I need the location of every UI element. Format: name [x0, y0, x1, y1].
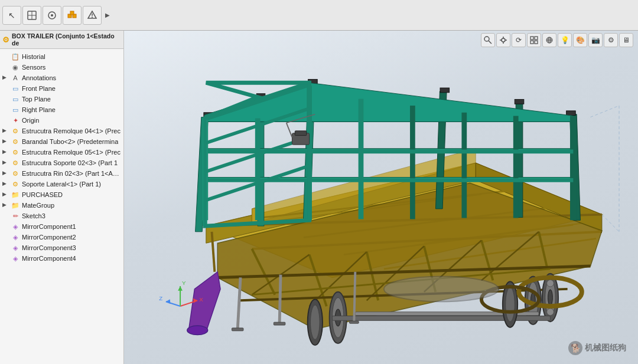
tree-icon-part: ⚙	[11, 179, 20, 189]
tree-item-mirror1[interactable]: ◈MirrorComponent1	[0, 221, 123, 232]
tree-label-sketch3: Sketch3	[22, 212, 45, 219]
svg-line-112	[279, 275, 281, 324]
tree-item-estrucutra-remolque-04[interactable]: ▶⚙Estrucutra Remolque 04<1> (Prec	[0, 126, 123, 136]
tree-label-purchased: PURCHASED	[22, 191, 63, 198]
vp-settings-icon[interactable]: ⚙	[604, 33, 618, 47]
vp-view-icon[interactable]	[527, 33, 541, 47]
tree-label-front-plane: Front Plane	[22, 85, 56, 92]
tree-label-right-plane: Right Plane	[22, 106, 56, 113]
svg-rect-111	[232, 328, 243, 331]
viewport-toolbar: ⟳ 💡 🎨 📷 ⚙ 🖥	[481, 33, 633, 47]
tree-item-mirror3[interactable]: ◈MirrorComponent3	[0, 242, 123, 253]
vp-rotate-icon[interactable]: ⟳	[512, 33, 526, 47]
toolbar-expand-arrow[interactable]: ▶	[103, 6, 112, 25]
svg-point-100	[547, 280, 554, 287]
tree-item-origin[interactable]: ✦Origin	[0, 115, 123, 126]
tree-icon-folder: 📁	[11, 190, 20, 199]
tree-icon-sketch: ✏	[11, 211, 20, 221]
vp-display-icon[interactable]	[542, 33, 556, 47]
vp-camera-icon[interactable]: 📷	[588, 33, 603, 47]
feature-tree-sidebar: ⚙ BOX TRAILER (Conjunto 1<Estado de 📋His…	[0, 31, 124, 364]
model-view: X Y Z	[130, 48, 632, 346]
svg-marker-126	[178, 286, 183, 291]
vp-zoom-icon[interactable]	[481, 33, 495, 47]
expand-arrow-estrucutra-remolque-04: ▶	[2, 127, 9, 135]
svg-line-89	[287, 123, 292, 137]
tree-label-estrucutra-rin-02: Estrucutra Rin 02<3> (Part 1<As M	[22, 170, 121, 177]
tree-label-mirror4: MirrorComponent4	[22, 255, 76, 262]
tree-label-annotations: Annotations	[22, 74, 56, 81]
svg-line-12	[489, 41, 491, 44]
toolbar-btn-sketch[interactable]	[22, 6, 41, 25]
tree-item-estrucutra-soporte-02[interactable]: ▶⚙Estrucutra Soporte 02<3> (Part 1	[0, 158, 123, 168]
vp-monitor-icon[interactable]: 🖥	[619, 33, 633, 47]
svg-text:X: X	[199, 296, 203, 303]
expand-arrow-origin	[2, 117, 9, 124]
tree-icon-part: ⚙	[11, 126, 20, 136]
tree-icon-part: ⚙	[11, 137, 20, 146]
toolbar-btn-features[interactable]	[43, 6, 61, 25]
tree-icon-mirror: ◈	[11, 222, 20, 231]
expand-arrow-right-plane	[2, 106, 9, 113]
vp-light-icon[interactable]: 💡	[558, 33, 572, 47]
tree-label-mirror3: MirrorComponent3	[22, 244, 76, 251]
tree-item-barandal-tubo[interactable]: ▶⚙Barandal Tubo<2> (Predetermina	[0, 136, 123, 147]
tree-label-mirror1: MirrorComponent1	[22, 223, 76, 230]
svg-rect-115	[350, 321, 359, 323]
svg-rect-20	[530, 41, 533, 44]
tree-item-mirror4[interactable]: ◈MirrorComponent4	[0, 253, 123, 264]
expand-arrow-soporte-lateral: ▶	[2, 181, 9, 188]
tree-icon-origin: ✦	[11, 116, 20, 125]
feature-tree: 📋Historial ◉Sensors▶AAnnotations ▭Front …	[0, 49, 123, 364]
3d-viewport[interactable]: ⟳ 💡 🎨 📷 ⚙ 🖥	[124, 31, 638, 364]
tree-label-barandal-tubo: Barandal Tubo<2> (Predetermina	[22, 138, 118, 145]
tree-item-annotations[interactable]: ▶AAnnotations	[0, 73, 123, 83]
tree-label-estrucutra-soporte-02: Estrucutra Soporte 02<3> (Part 1	[22, 159, 118, 166]
vp-pan-icon[interactable]	[496, 33, 510, 47]
tree-item-mirror2[interactable]: ◈MirrorComponent2	[0, 232, 123, 242]
tree-item-sensors[interactable]: ◉Sensors	[0, 62, 123, 73]
svg-rect-18	[530, 37, 533, 40]
toolbar-btn-assembly[interactable]	[63, 6, 82, 25]
tree-item-front-plane[interactable]: ▭Front Plane	[0, 83, 123, 94]
svg-point-4	[51, 14, 53, 17]
tree-item-purchased[interactable]: ▶📁PURCHASED	[0, 189, 123, 200]
tree-icon-annotation: A	[11, 73, 20, 83]
svg-point-11	[484, 37, 489, 41]
svg-rect-64	[515, 99, 524, 104]
trailer-model-svg: X Y Z	[130, 48, 632, 346]
svg-rect-113	[274, 322, 285, 325]
expand-arrow-sketch3	[2, 212, 9, 219]
tree-label-top-plane: Top Plane	[22, 96, 51, 103]
tree-label-estrucutra-remolque-04: Estrucutra Remolque 04<1> (Prec	[22, 127, 121, 135]
tree-icon-plane: ▭	[11, 84, 20, 93]
tree-icon-mirror: ◈	[11, 254, 20, 263]
tree-item-soporte-lateral[interactable]: ▶⚙Soporte Lateral<1> (Part 1)	[0, 179, 123, 189]
tree-label-mategroup: MateGroup	[22, 202, 54, 209]
svg-rect-66	[567, 111, 576, 116]
tree-item-estrucutra-rin-02[interactable]: ▶⚙Estrucutra Rin 02<3> (Part 1<As M	[0, 168, 123, 179]
tree-item-mategroup[interactable]: ▶📁MateGroup	[0, 200, 123, 211]
toolbar-btn-select[interactable]: ↖	[2, 6, 21, 25]
tree-item-sketch3[interactable]: ✏Sketch3	[0, 211, 123, 221]
tree-item-top-plane[interactable]: ▭Top Plane	[0, 94, 123, 104]
svg-rect-21	[535, 41, 538, 44]
svg-rect-19	[535, 37, 538, 40]
tree-label-origin: Origin	[22, 117, 39, 124]
watermark-icon: 🐕	[568, 341, 582, 355]
vp-appearance-icon[interactable]: 🎨	[573, 33, 587, 47]
svg-line-121	[602, 215, 619, 232]
svg-line-114	[354, 272, 355, 322]
tree-icon-folder: 📁	[11, 201, 20, 210]
toolbar-btn-evaluate[interactable]	[83, 6, 102, 25]
tree-item-estrucutra-remolque-05[interactable]: ▶⚙Estrucutra Remolque 05<1> (Prec	[0, 147, 123, 158]
tree-item-history[interactable]: 📋Historial	[0, 51, 123, 62]
svg-point-107	[506, 287, 515, 322]
assembly-title: ⚙ BOX TRAILER (Conjunto 1<Estado de	[0, 31, 123, 49]
watermark-text: 机械图纸狗	[585, 343, 626, 353]
svg-rect-7	[70, 11, 74, 15]
expand-arrow-mirror4	[2, 255, 9, 262]
expand-arrow-history	[2, 53, 9, 60]
expand-arrow-estrucutra-remolque-05: ▶	[2, 149, 9, 156]
tree-item-right-plane[interactable]: ▭Right Plane	[0, 104, 123, 115]
